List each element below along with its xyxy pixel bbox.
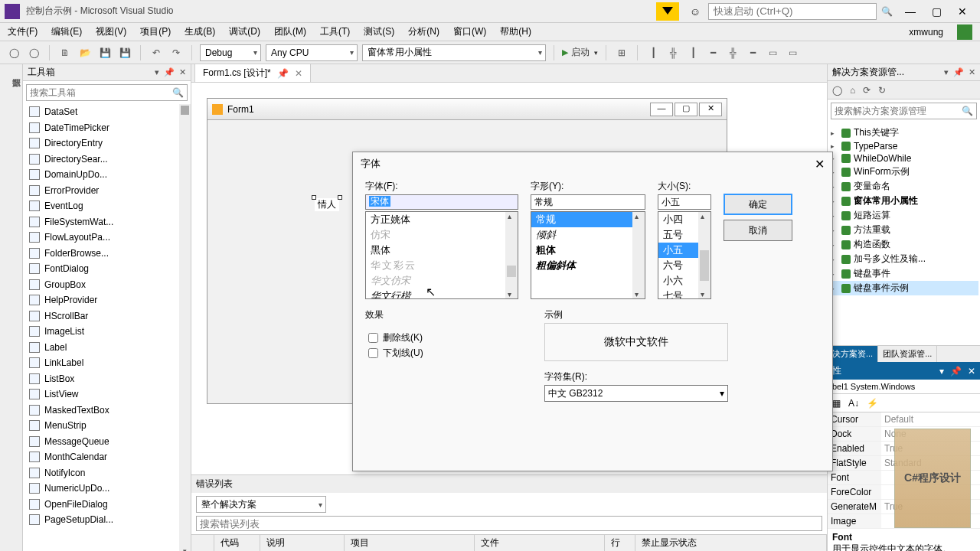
user-badge-icon[interactable] — [957, 24, 972, 40]
sol-back-icon[interactable]: ◯ — [832, 85, 842, 96]
solution-tab[interactable]: 决方案资... — [828, 346, 878, 362]
config-dropdown[interactable]: Debug — [200, 44, 261, 61]
underline-checkbox[interactable]: 下划线(U) — [368, 347, 523, 360]
toolbox-item[interactable]: ErrorProvider — [23, 183, 191, 199]
charset-dropdown[interactable]: 中文 GB2312▾ — [544, 385, 728, 402]
strikeout-checkbox[interactable]: 删除线(K) — [368, 331, 523, 344]
toolbox-item[interactable]: DirectorySear... — [23, 152, 191, 168]
toolbox-item[interactable]: NotifyIcon — [23, 465, 191, 481]
toolbox-item[interactable]: HelpProvider — [23, 292, 191, 308]
toolbox-item[interactable]: NumericUpDo... — [23, 481, 191, 497]
sol-sync-icon[interactable]: ⟳ — [863, 85, 871, 96]
document-tab[interactable]: Form1.cs [设计]* 📌 ✕ — [194, 64, 311, 82]
tree-item[interactable]: ▸短路运算 — [829, 208, 978, 223]
toolbox-item[interactable]: DateTimePicker — [23, 120, 191, 136]
font-input[interactable]: 宋体 — [365, 194, 518, 210]
prop-dropdown-icon[interactable]: ▾ — [939, 366, 944, 377]
nav-back-icon[interactable]: ◯ — [6, 45, 21, 60]
save-icon[interactable]: 💾 — [97, 45, 113, 60]
form-label-control[interactable]: 情人 — [315, 198, 339, 211]
menu-project[interactable]: 项目(P) — [140, 25, 171, 38]
menu-team[interactable]: 团队(M) — [274, 25, 306, 38]
toolbox-item[interactable]: ListBox — [23, 371, 191, 387]
form-minimize-button[interactable]: — — [650, 103, 673, 116]
open-icon[interactable]: 📂 — [77, 45, 93, 60]
platform-dropdown[interactable]: Any CPU — [266, 44, 358, 61]
new-icon[interactable]: 🗎 — [57, 45, 73, 60]
search-icon[interactable]: 🔍 — [962, 106, 973, 116]
layout-5-icon[interactable]: ╬ — [725, 45, 740, 60]
toolbox-item[interactable]: GroupBox — [23, 277, 191, 293]
cancel-button[interactable]: 取消 — [724, 220, 792, 241]
toolbox-scrollbar[interactable] — [179, 104, 191, 551]
undo-icon[interactable]: ↶ — [149, 45, 164, 60]
layout-1-icon[interactable]: ┃ — [645, 45, 661, 60]
tree-item[interactable]: ▸方法重载 — [829, 223, 978, 237]
layout-6-icon[interactable]: ━ — [745, 45, 760, 60]
error-scope-dropdown[interactable]: 整个解决方案 — [196, 496, 326, 513]
tree-item[interactable]: ▸TypeParse — [829, 140, 978, 152]
toolbox-item[interactable]: FolderBrowse... — [23, 246, 191, 262]
solution-search-input[interactable] — [835, 106, 962, 116]
scroll-down-icon[interactable]: ▾ — [179, 547, 191, 551]
prop-pin-icon[interactable]: 📌 — [950, 366, 962, 377]
toolbox-item[interactable]: DataSet — [23, 104, 191, 120]
save-all-icon[interactable]: 💾 — [117, 45, 132, 60]
tree-item[interactable]: ▸窗体常用小属性 — [829, 194, 978, 208]
toolbox-item[interactable]: EventLog — [23, 198, 191, 214]
toolbox-item[interactable]: DirectoryEntry — [23, 135, 191, 152]
toolbox-search-input[interactable] — [30, 87, 172, 98]
size-list-scrollbar[interactable] — [698, 212, 710, 298]
form-close-button[interactable]: ✕ — [699, 103, 722, 116]
toolbox-item[interactable]: MaskedTextBox — [23, 403, 191, 419]
menu-window[interactable]: 窗口(W) — [453, 25, 486, 38]
size-input[interactable] — [658, 194, 711, 210]
toolbox-item[interactable]: Label — [23, 340, 191, 356]
maximize-button[interactable]: ▢ — [923, 3, 949, 20]
layout-3-icon[interactable]: ┃ — [685, 45, 701, 60]
toolbox-item[interactable]: ListView — [23, 386, 191, 403]
layout-7-icon[interactable]: ▭ — [765, 45, 780, 60]
menu-help[interactable]: 帮助(H) — [500, 25, 531, 38]
extra-dropdown[interactable]: 窗体常用小属性 — [362, 44, 546, 61]
toolbox-item[interactable]: PageSetupDial... — [23, 512, 191, 528]
prop-alpha-icon[interactable]: A↓ — [848, 398, 859, 409]
toolbox-item[interactable]: MenuStrip — [23, 418, 191, 434]
toolbox-item[interactable]: OpenFileDialog — [23, 497, 191, 513]
font-list-scrollbar[interactable] — [505, 212, 518, 298]
sol-refresh-icon[interactable]: ↻ — [878, 85, 886, 96]
layout-2-icon[interactable]: ╬ — [665, 45, 681, 60]
property-object[interactable]: bel1 System.Windows — [828, 380, 980, 394]
menu-debug[interactable]: 调试(D) — [229, 25, 260, 38]
toolbox-search[interactable]: 🔍 — [26, 84, 188, 101]
dialog-close-button[interactable]: ✕ — [815, 157, 825, 171]
toolbox-item[interactable]: FontDialog — [23, 261, 191, 277]
sol-close-icon[interactable]: ✕ — [969, 67, 975, 77]
property-row[interactable]: CursorDefault — [828, 412, 980, 427]
form-maximize-button[interactable]: ▢ — [675, 103, 697, 116]
layout-4-icon[interactable]: ━ — [705, 45, 720, 60]
tree-item[interactable]: ▸加号多义性及输... — [829, 252, 978, 266]
menu-test[interactable]: 测试(S) — [364, 25, 394, 38]
sol-home-icon[interactable]: ⌂ — [850, 85, 855, 96]
error-search-input[interactable] — [196, 516, 822, 531]
notification-icon[interactable] — [656, 2, 679, 21]
feedback-icon[interactable]: ☺ — [682, 3, 708, 20]
toolbox-item[interactable]: FileSystemWat... — [23, 214, 191, 230]
start-button[interactable]: 启动▾ — [562, 46, 598, 59]
toolbox-item[interactable]: FlowLayoutPa... — [23, 230, 191, 246]
ok-button[interactable]: 确定 — [724, 194, 792, 215]
quick-launch-input[interactable] — [708, 3, 877, 20]
tab-pin-icon[interactable]: 📌 — [277, 68, 289, 79]
user-name[interactable]: xmwung — [909, 27, 943, 37]
menu-edit[interactable]: 编辑(E) — [51, 25, 82, 38]
tree-item[interactable]: ▸WhileDoWhile — [829, 152, 978, 165]
search-icon[interactable]: 🔍 — [172, 87, 184, 98]
toolbox-pin-icon[interactable]: 📌 — [164, 67, 175, 77]
toolbox-close-icon[interactable]: ✕ — [179, 67, 186, 77]
tree-item[interactable]: ▸变量命名 — [829, 179, 978, 194]
tree-item[interactable]: ▸构造函数 — [829, 237, 978, 252]
nav-forward-icon[interactable]: ◯ — [26, 45, 41, 60]
solution-search[interactable]: 🔍 — [831, 103, 977, 119]
toolbox-item[interactable]: MonthCalendar — [23, 449, 191, 465]
